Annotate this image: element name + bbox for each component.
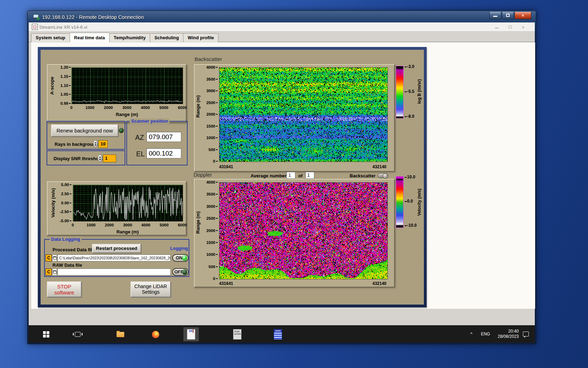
scanner-position-title: Scanner position [130, 118, 169, 124]
doppler-y-ticks: 40003500300025002000150010005000 [202, 182, 218, 279]
average-number-field[interactable]: 1 [286, 172, 295, 179]
clock-time: 20:40 [498, 329, 519, 334]
backscatter-toggle-label: Backscatter [350, 173, 376, 178]
doppler-section-title: Doppler [194, 172, 212, 178]
doppler-heatmap-canvas [219, 183, 387, 279]
raw-logging-off-button[interactable]: OFF [172, 268, 189, 276]
app-minimize-icon[interactable] [491, 24, 502, 29]
backscatter-graph-panel: Range (m) 400035003000250020001500100050… [194, 64, 395, 172]
front-panel: A-scope 1.201.151.101.050.99 01000200030… [29, 42, 535, 325]
el-label: EL [136, 150, 145, 158]
snr-value-field[interactable]: 1 [103, 155, 116, 162]
raw-path-field[interactable] [57, 268, 171, 275]
taskbar-clock[interactable]: 20:4028/08/2023 [498, 325, 519, 343]
raw-browse-icon[interactable] [52, 268, 57, 275]
ascope-x-ticks: 0100020003000400050006000 [71, 105, 182, 110]
el-value-field[interactable]: 000.102 [146, 148, 181, 158]
az-value-field[interactable]: 079.007 [146, 132, 181, 142]
clock-date: 28/08/2023 [498, 334, 519, 339]
tab-wind-profile[interactable]: Wind profile [183, 33, 218, 42]
processed-logging-on-button[interactable]: ON [172, 254, 189, 262]
restart-processed-file-button[interactable]: Restart processed file [92, 244, 141, 253]
app-titlebar[interactable]: StreamLine XR v14-6.vi × [29, 22, 535, 32]
rays-in-background-label: Rays in background [55, 142, 98, 147]
doppler-colorbar [396, 176, 404, 228]
average-number-label: Average number [251, 173, 286, 178]
close-button[interactable]: × [514, 12, 531, 19]
backscatter-x-start: 431641 [219, 164, 233, 169]
rays-spinner[interactable] [93, 140, 98, 148]
backscatter-doppler-toggle[interactable] [378, 173, 388, 178]
change-button-line1: Change LiDAR [131, 284, 170, 289]
streamline-xr-app-button[interactable]: XR [183, 327, 199, 341]
data-logging-title: Data Logging [50, 237, 82, 242]
velocity-x-ticks: 0100020003000400050006000 [73, 223, 182, 228]
scan-scheduler-button[interactable]: Scansched [230, 327, 245, 341]
tab-real-time-data[interactable]: Real time data [70, 33, 110, 42]
action-center-button[interactable] [523, 325, 529, 343]
ascope-y-ticks: 1.201.151.101.050.99 [57, 67, 71, 103]
ascope-graph-panel: A-scope 1.201.151.101.050.99 01000200030… [47, 64, 187, 123]
restore-button[interactable] [502, 12, 514, 19]
rdp-titlebar[interactable]: 192.168.0.122 - Remote Desktop Connectio… [29, 12, 535, 22]
doppler-cb-tick-max: 10.0 [405, 175, 415, 179]
task-view-button[interactable] [70, 327, 85, 341]
remote-desktop-screen: StreamLine XR v14-6.vi × System setupRea… [29, 22, 535, 343]
velocity-x-axis-label: Range (m) [73, 229, 182, 234]
app-title: StreamLine XR v14-6.vi [39, 25, 87, 30]
file-explorer-button[interactable] [113, 327, 128, 341]
rays-value-field[interactable]: 10 [98, 140, 108, 148]
change-button-line2: Settings [131, 289, 170, 295]
stop-software-button[interactable]: STOP software [47, 281, 82, 297]
processed-drive-selector[interactable]: C [46, 254, 52, 261]
raw-data-file-label: RAW Data file [52, 263, 82, 268]
snr-threshold-box: Display SNR threshold 1 [47, 150, 125, 165]
scanner-position-box: Scanner position AZ 079.007 EL 000.102 [126, 121, 188, 165]
minimize-button[interactable] [489, 12, 501, 19]
ascope-trace-canvas [72, 68, 183, 104]
processed-path-field[interactable]: C:\Lidar\Data\Proc\2023\202308\20230828\… [57, 254, 171, 261]
firefox-button[interactable] [148, 327, 163, 341]
stop-button-line2: software [48, 289, 81, 295]
snr-spinner[interactable] [98, 155, 102, 162]
velocity-y-axis-label: Velocity (m/s) [50, 185, 56, 220]
backscatter-y-ticks: 40003500300025002000150010005000 [202, 67, 218, 161]
tab-bar: System setupReal time dataTemp/humidityS… [29, 32, 535, 42]
geek-app-button[interactable]: GEEK [270, 327, 286, 341]
backscatter-section-title: Backscatter [195, 56, 222, 62]
rdp-window: 192.168.0.122 - Remote Desktop Connectio… [27, 11, 536, 344]
notification-icon [523, 332, 529, 336]
backscatter-plot [219, 67, 388, 162]
doppler-cb-tick-min: -10.0 [405, 223, 416, 228]
language-indicator[interactable]: ENG [481, 325, 490, 343]
doppler-x-start: 431641 [219, 281, 233, 286]
backscatter-heatmap-canvas [219, 68, 387, 162]
change-lidar-settings-button[interactable]: Change LiDAR Settings [131, 281, 171, 297]
app-close-icon[interactable]: × [518, 24, 528, 30]
doppler-x-end: 432140 [372, 281, 386, 286]
renew-background-button[interactable]: Renew background now [51, 124, 118, 137]
tab-system-setup[interactable]: System setup [31, 33, 70, 42]
tab-temp-humidity[interactable]: Temp/humidity [109, 33, 150, 42]
windows-logo-icon [43, 331, 49, 338]
rdp-window-title: 192.168.0.122 - Remote Desktop Connectio… [42, 14, 144, 20]
tab-scheduling[interactable]: Scheduling [150, 33, 183, 42]
start-button[interactable] [38, 327, 54, 341]
backscatter-y-axis-label: Range (m) [195, 97, 201, 118]
average-total-field[interactable]: 1 [305, 172, 314, 179]
velocity-trace-canvas [73, 185, 183, 221]
streamline-xr-icon: XR [187, 329, 195, 340]
backscatter-cb-label: log B (/m/sr) [417, 74, 422, 109]
backscatter-cb-tick-max: -3.0 [405, 64, 414, 69]
processed-browse-icon[interactable] [52, 254, 57, 261]
geek-app-icon: GEEK [274, 329, 282, 340]
velocity-graph-panel: Velocity (m/s) 5.002.500.00-2.50-5.00 01… [47, 181, 187, 236]
app-restore-icon[interactable] [505, 24, 515, 29]
raw-drive-selector[interactable]: C [46, 268, 52, 275]
on-led [182, 255, 187, 261]
off-led [182, 269, 187, 275]
renew-background-led [119, 128, 124, 133]
doppler-y-axis-label: Range (m) [195, 213, 201, 234]
tray-chevron[interactable]: ^ [470, 325, 472, 343]
stop-button-line1: STOP [48, 284, 81, 289]
